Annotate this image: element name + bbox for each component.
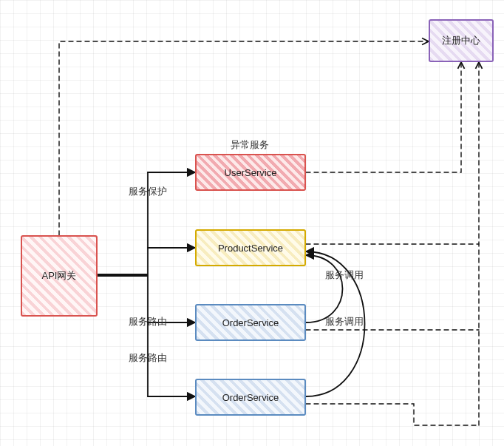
node-user-service-label: UserService: [225, 167, 277, 178]
label-service-route-1: 服务路由: [129, 315, 167, 328]
node-order-service-2[interactable]: OrderService: [195, 379, 306, 416]
node-registry[interactable]: 注册中心: [429, 19, 494, 62]
node-api-gateway[interactable]: API网关: [21, 235, 98, 317]
diagram-canvas: API网关 注册中心 UserService ProductService Or…: [0, 0, 504, 446]
node-product-service-label: ProductService: [218, 243, 283, 254]
label-service-invoke-2: 服务调用: [325, 315, 364, 328]
node-order-service-2-label: OrderService: [222, 392, 279, 403]
label-service-route-2: 服务路由: [129, 351, 167, 365]
node-product-service[interactable]: ProductService: [195, 229, 306, 266]
label-service-invoke-1: 服务调用: [325, 268, 364, 282]
label-service-protect: 服务保护: [129, 185, 167, 198]
node-registry-label: 注册中心: [442, 34, 480, 47]
node-order-service-1[interactable]: OrderService: [195, 304, 306, 341]
node-order-service-1-label: OrderService: [222, 317, 279, 328]
label-abnormal-service: 异常服务: [231, 138, 269, 152]
node-api-gateway-label: API网关: [42, 269, 77, 283]
node-user-service[interactable]: UserService: [195, 154, 306, 191]
